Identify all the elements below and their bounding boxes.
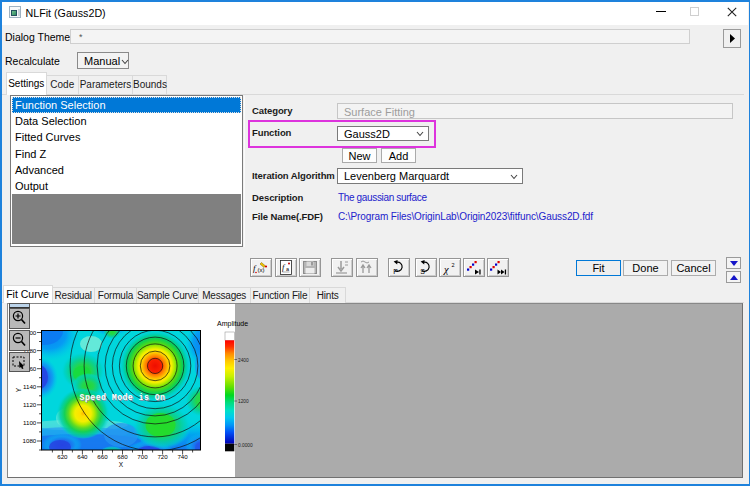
svg-text:Amplitude: Amplitude bbox=[217, 320, 248, 328]
svg-text:X: X bbox=[119, 461, 124, 468]
svg-text:f: f bbox=[253, 263, 257, 273]
svg-text:660: 660 bbox=[97, 453, 108, 460]
svg-text:0.0000: 0.0000 bbox=[238, 443, 253, 448]
svg-text:740: 740 bbox=[177, 453, 188, 460]
svg-text:2400: 2400 bbox=[238, 358, 249, 363]
svg-text:P: P bbox=[393, 268, 398, 275]
svg-text:S: S bbox=[420, 268, 425, 275]
svg-text:1200: 1200 bbox=[238, 399, 249, 404]
svg-text:χ: χ bbox=[443, 264, 449, 275]
svg-text:1140: 1140 bbox=[23, 383, 37, 390]
svg-text:1120: 1120 bbox=[23, 401, 37, 408]
svg-text:1100: 1100 bbox=[23, 419, 37, 426]
svg-text:700: 700 bbox=[137, 453, 148, 460]
svg-text:1080: 1080 bbox=[23, 437, 37, 444]
svg-text:Y: Y bbox=[15, 387, 22, 392]
svg-text:640: 640 bbox=[77, 453, 88, 460]
svg-text:(x): (x) bbox=[258, 267, 265, 273]
svg-text:680: 680 bbox=[117, 453, 128, 460]
svg-text:620: 620 bbox=[57, 453, 68, 460]
svg-text:720: 720 bbox=[157, 453, 168, 460]
svg-text:Speed Mode is On: Speed Mode is On bbox=[80, 393, 166, 402]
svg-text:2: 2 bbox=[451, 262, 454, 268]
